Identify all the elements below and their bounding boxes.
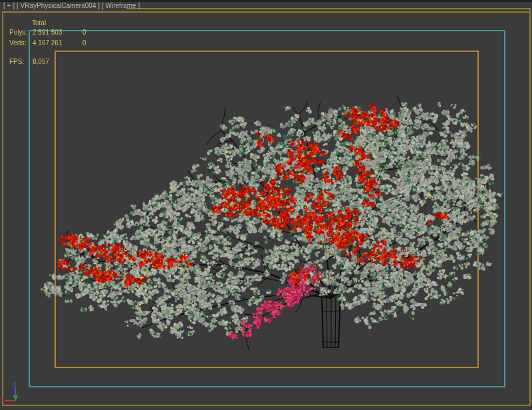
stats-header: Total — [32, 19, 46, 27]
verts-extra: 0 — [82, 39, 86, 47]
polys-label: Polys: — [9, 29, 27, 36]
z-axis-label: z — [13, 380, 17, 387]
polys-extra: 0 — [82, 29, 86, 36]
verts-label: Verts: — [9, 39, 27, 47]
verts-value: 4 167 261 — [33, 39, 63, 47]
shading-menu-button[interactable]: [ Wireframe ] — [102, 2, 140, 9]
camera-menu-button[interactable]: [ VRayPhysicalCamera004 ] — [17, 2, 100, 9]
fps-value: 8,057 — [33, 58, 49, 65]
polys-value: 2 591 503 — [33, 29, 63, 36]
viewport-label: [ + ][ VRayPhysicalCamera004 ][ Wirefram… — [3, 2, 142, 10]
pov-menu-button[interactable]: [ + ] — [3, 2, 15, 9]
world-axis-gizmo: z x — [0, 376, 31, 409]
fps-label: FPS: — [9, 58, 24, 65]
viewport-canvas[interactable] — [0, 0, 532, 410]
x-axis-label: x — [1, 395, 4, 402]
